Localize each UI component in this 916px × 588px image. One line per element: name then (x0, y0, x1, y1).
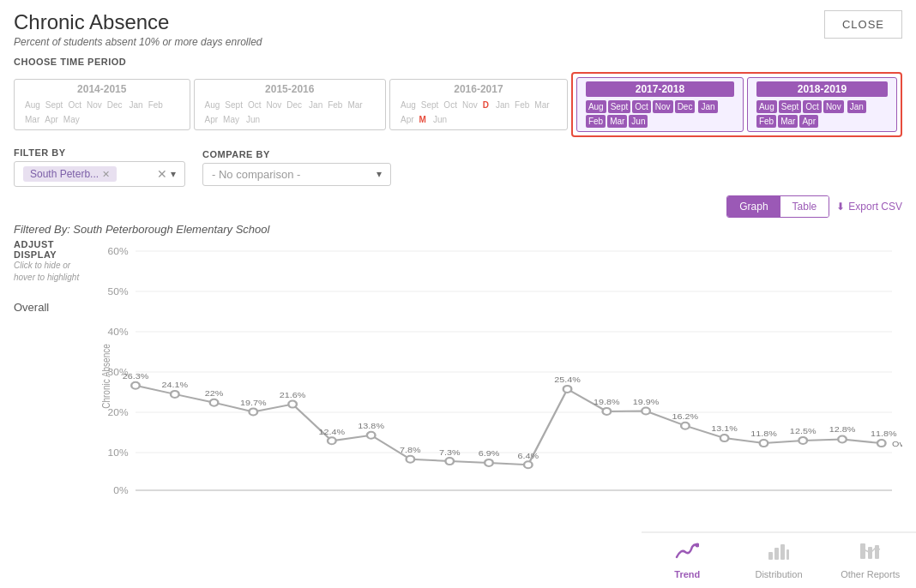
month-jan[interactable]: Jan (847, 100, 866, 113)
month-mar[interactable]: Mar (607, 115, 627, 128)
month-nov[interactable]: Nov (461, 99, 479, 111)
month-jan[interactable]: Jan (494, 99, 511, 111)
month-may[interactable]: May (62, 113, 81, 126)
title-block: Chronic Absence Percent of students abse… (14, 10, 262, 48)
svg-rect-79 (774, 548, 779, 560)
chevron-down-icon[interactable]: ▾ (171, 168, 176, 180)
filter-tag-remove[interactable]: ✕ (102, 169, 110, 180)
month-oct[interactable]: Oct (442, 99, 459, 111)
month-oct[interactable]: Oct (66, 99, 83, 111)
other-reports-label: Other Reports (841, 569, 900, 579)
month-nov[interactable]: Nov (653, 100, 673, 113)
svg-text:40%: 40% (108, 327, 129, 337)
month-aug[interactable]: Aug (756, 100, 777, 113)
month-apr[interactable]: Apr (799, 115, 818, 128)
svg-text:19.8%: 19.8% (594, 398, 620, 406)
period-2017-2018[interactable]: 2017-2018 Aug Sept Oct Nov Dec Jan Feb M… (576, 77, 744, 132)
month-mar[interactable]: Mar (23, 113, 41, 126)
period-2014-2015[interactable]: 2014-2015 Aug Sept Oct Nov Dec Jan Feb M… (14, 79, 190, 130)
svg-point-33 (798, 437, 807, 444)
month-may[interactable]: May (221, 113, 241, 126)
svg-text:0%: 0% (113, 486, 129, 495)
month-jun[interactable]: Jun (629, 115, 648, 128)
filter-arrows[interactable]: ✕ ▾ (157, 167, 176, 181)
month-apr[interactable]: Apr (399, 113, 416, 126)
month-oct[interactable]: Oct (803, 100, 822, 113)
other-reports-icon (859, 542, 883, 566)
adjust-display-panel: ADJUST DISPLAY Click to hide or hover to… (14, 239, 91, 507)
graph-button[interactable]: Graph (727, 196, 780, 217)
month-jan[interactable]: Jan (307, 99, 324, 111)
time-periods-container: 2014-2015 Aug Sept Oct Nov Dec Jan Feb M… (14, 72, 902, 137)
month-aug[interactable]: Aug (23, 99, 42, 111)
month-jun[interactable]: Jun (244, 113, 262, 126)
month-jun[interactable]: Jun (431, 113, 449, 126)
nav-item-other-reports[interactable]: Other Reports (824, 532, 916, 588)
month-dec[interactable]: Dec (285, 99, 304, 111)
period-2018-2019[interactable]: 2018-2019 Aug Sept Oct Nov Jan Feb Mar A… (747, 77, 897, 132)
month-apr[interactable]: Apr (43, 113, 60, 126)
period-2015-2016[interactable]: 2015-2016 Aug Sept Oct Nov Dec Jan Feb M… (194, 79, 386, 130)
month-nov[interactable]: Nov (823, 100, 844, 113)
adjust-display-subtitle: Click to hide or hover to highlight (14, 260, 91, 284)
svg-text:11.8%: 11.8% (750, 429, 777, 438)
month-mar[interactable]: Mar (533, 99, 551, 111)
svg-text:16.2%: 16.2% (672, 412, 699, 421)
month-jan[interactable]: Jan (128, 99, 145, 111)
month-feb[interactable]: Feb (147, 99, 165, 111)
page-title: Chronic Absence (14, 10, 262, 34)
highlighted-periods-wrapper: 2017-2018 Aug Sept Oct Nov Dec Jan Feb M… (571, 72, 902, 137)
overall-label[interactable]: Overall (14, 301, 91, 314)
nav-item-distribution[interactable]: Distribution (733, 532, 825, 588)
month-feb[interactable]: Feb (513, 99, 531, 111)
month-feb[interactable]: Feb (326, 99, 344, 111)
svg-text:7.8%: 7.8% (400, 446, 421, 454)
svg-point-34 (838, 436, 847, 443)
svg-text:12.8%: 12.8% (829, 425, 856, 434)
month-aug[interactable]: Aug (203, 99, 222, 111)
month-oct[interactable]: Oct (246, 99, 263, 111)
period-year-2015: 2015-2016 (203, 83, 377, 95)
trend-icon (675, 542, 699, 566)
close-button[interactable]: CLOSE (824, 10, 902, 39)
month-nov[interactable]: Nov (85, 99, 104, 111)
month-dec[interactable]: D (481, 99, 491, 111)
chart-area: 60% 50% 40% 30% 20% 10% 0% Chronic Absen… (99, 239, 902, 507)
svg-text:19.9%: 19.9% (633, 398, 660, 406)
svg-text:7.3%: 7.3% (439, 448, 461, 457)
month-sept[interactable]: Sept (223, 99, 244, 111)
filter-tag-text: South Peterb... (30, 168, 99, 180)
svg-text:19.7%: 19.7% (240, 399, 267, 407)
period-2016-2017[interactable]: 2016-2017 Aug Sept Oct Nov D Jan Feb Mar… (389, 79, 568, 130)
svg-point-21 (328, 437, 336, 444)
month-may[interactable]: M (418, 113, 428, 126)
month-aug[interactable]: Aug (586, 100, 606, 113)
month-apr[interactable]: Apr (203, 113, 220, 126)
month-feb[interactable]: Feb (756, 115, 776, 128)
month-feb[interactable]: Feb (586, 115, 606, 128)
compare-by-select[interactable]: - No comparison - ▾ (202, 163, 391, 186)
toolbar: Graph Table ⬇ Export CSV (0, 194, 916, 221)
svg-point-29 (642, 408, 650, 415)
month-sept[interactable]: Sept (779, 100, 802, 113)
month-sept[interactable]: Sept (44, 99, 65, 111)
month-mar[interactable]: Mar (346, 99, 364, 111)
nav-item-trend[interactable]: Trend (642, 532, 733, 588)
export-csv-button[interactable]: ⬇ Export CSV (836, 201, 902, 213)
month-sept[interactable]: Sept (419, 99, 441, 111)
table-button[interactable]: Table (780, 196, 829, 217)
filters-row: FILTER BY South Peterb... ✕ ✕ ▾ COMPARE … (0, 144, 916, 194)
month-dec[interactable]: Dec (105, 99, 124, 111)
month-jan[interactable]: Jan (698, 100, 717, 113)
month-sept[interactable]: Sept (608, 100, 631, 113)
clear-icon[interactable]: ✕ (157, 167, 167, 181)
month-mar[interactable]: Mar (778, 115, 798, 128)
month-nov[interactable]: Nov (264, 99, 283, 111)
filter-tag: South Peterb... ✕ (23, 166, 117, 182)
month-dec[interactable]: Dec (675, 100, 696, 113)
period-months-2016: Aug Sept Oct Nov D Jan Feb Mar Apr M Jun (399, 99, 558, 126)
month-aug[interactable]: Aug (399, 99, 418, 111)
svg-text:13.8%: 13.8% (358, 422, 384, 430)
filter-by-select[interactable]: South Peterb... ✕ ✕ ▾ (14, 161, 185, 187)
month-oct[interactable]: Oct (632, 100, 651, 113)
